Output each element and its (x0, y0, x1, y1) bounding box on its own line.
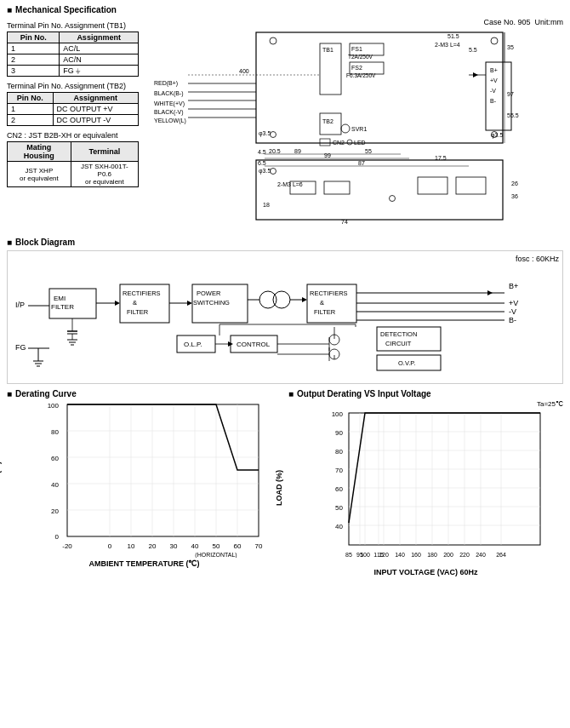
tb2-table: Pin No. Assignment 1DC OUTPUT +V 2DC OUT… (7, 92, 139, 126)
svg-text:B+: B+ (490, 67, 498, 73)
tb1-col-pin: Pin No. (8, 32, 60, 43)
svg-text:WHITE(+V): WHITE(+V) (154, 100, 185, 107)
svg-text:FS1: FS1 (351, 46, 362, 52)
svg-point-104 (259, 291, 276, 308)
mech-spec-title: Mechanical Specification (7, 5, 563, 14)
tb2-col-pin: Pin No. (8, 93, 54, 104)
svg-text:80: 80 (335, 448, 343, 456)
svg-point-42 (390, 196, 396, 202)
svg-marker-35 (473, 72, 478, 77)
svg-point-38 (271, 132, 276, 138)
output-derating-svg: 100 90 80 70 60 50 40 85 95 100 115 120 (319, 409, 557, 566)
svg-text:85: 85 (345, 552, 352, 558)
svg-text:89: 89 (294, 148, 301, 154)
tb2-col-assign: Assignment (53, 93, 138, 104)
svg-marker-100 (187, 301, 192, 306)
svg-text:2-M3 L=4: 2-M3 L=4 (435, 42, 460, 48)
derating-x-label: AMBIENT TEMPERATURE (℃) (7, 559, 282, 568)
svg-text:T2A/250V: T2A/250V (348, 54, 373, 60)
svg-text:60: 60 (335, 485, 343, 493)
svg-text:20: 20 (51, 507, 59, 515)
derating-curve-container: Derating Curve LOAD (%) 100 80 60 40 2 (7, 389, 282, 576)
svg-text:40: 40 (51, 481, 59, 489)
svg-text:BLACK(B-): BLACK(B-) (154, 90, 184, 97)
svg-text:17.5: 17.5 (435, 155, 447, 161)
cn2-table: Mating Housing Terminal JST XHPor equiva… (7, 141, 139, 187)
svg-text:60: 60 (234, 542, 242, 550)
svg-point-11 (341, 124, 350, 133)
svg-text:36: 36 (511, 193, 518, 199)
svg-text:20: 20 (149, 542, 157, 550)
svg-text:(HORIZONTAL): (HORIZONTAL) (195, 552, 237, 558)
svg-rect-0 (256, 32, 503, 143)
svg-text:35: 35 (507, 44, 514, 50)
svg-text:SWITCHING: SWITCHING (193, 299, 230, 307)
svg-text:&: & (320, 299, 324, 307)
tb1-col-assign: Assignment (60, 32, 139, 43)
svg-text:200: 200 (443, 552, 453, 558)
svg-text:240: 240 (476, 552, 486, 558)
svg-text:20.5: 20.5 (269, 148, 281, 154)
mech-diagram: Case No. 905 Unit:mm TB1 FS1 T2A/250V FS… (154, 18, 563, 232)
svg-text:FILTER: FILTER (127, 308, 149, 316)
svg-point-36 (270, 37, 276, 44)
svg-text:+V: +V (490, 77, 498, 83)
svg-text:400: 400 (239, 68, 249, 74)
svg-text:4.5: 4.5 (258, 149, 266, 155)
mech-left: Terminal Pin No. Assignment (TB1) Pin No… (7, 18, 147, 232)
svg-text:5.5: 5.5 (469, 47, 477, 53)
block-diagram-title: Block Diagram (7, 238, 563, 247)
svg-text:60: 60 (51, 455, 59, 462)
svg-rect-44 (324, 181, 350, 194)
tb1-label: Terminal Pin No. Assignment (TB1) (7, 21, 147, 30)
charts-row: Derating Curve LOAD (%) 100 80 60 40 2 (7, 389, 563, 576)
svg-text:RECTIFIERS: RECTIFIERS (310, 289, 348, 297)
svg-text:YELLOW(L): YELLOW(L) (154, 118, 186, 124)
output-derating-container: Output Derating VS Input Voltage Ta=25℃ … (288, 389, 563, 576)
svg-text:6.5: 6.5 (258, 160, 266, 166)
svg-text:160: 160 (411, 552, 421, 558)
svg-text:I/P: I/P (15, 301, 25, 309)
svg-text:264: 264 (496, 552, 506, 558)
svg-text:97: 97 (507, 91, 514, 97)
svg-text:FS2: FS2 (351, 65, 362, 71)
svg-text:RED(B+): RED(B+) (154, 80, 178, 87)
svg-text:B-: B- (490, 98, 497, 104)
svg-text:10: 10 (128, 542, 135, 550)
svg-text:100: 100 (360, 552, 370, 558)
output-derating-wrapper: LOAD (%) 100 90 80 70 60 50 (288, 409, 563, 566)
svg-text:TB2: TB2 (322, 118, 333, 124)
svg-text:φ3.5: φ3.5 (259, 168, 271, 175)
block-diagram-section: Block Diagram fosc : 60KHz I/P FG EMI FI… (7, 238, 563, 384)
tb1-table: Pin No. Assignment 1AC/L 2AC/N 3FG ⏚ (7, 32, 139, 77)
svg-text:-V: -V (490, 88, 496, 94)
svg-point-41 (271, 169, 276, 175)
svg-text:0: 0 (108, 542, 112, 550)
derating-curve-svg: 100 80 60 40 20 0 -20 0 10 20 30 40 50 (37, 400, 276, 558)
svg-text:120: 120 (379, 552, 389, 558)
svg-text:φ3.5: φ3.5 (491, 132, 503, 139)
svg-text:TB1: TB1 (322, 47, 333, 53)
svg-rect-144 (67, 404, 259, 536)
svg-text:CIRCUIT: CIRCUIT (385, 340, 412, 347)
svg-text:CONTROL: CONTROL (237, 341, 271, 348)
svg-text:F6.3A/250V: F6.3A/250V (346, 72, 376, 78)
svg-text:80: 80 (51, 428, 59, 436)
svg-text:EMI: EMI (54, 295, 66, 302)
output-derating-y-label: LOAD (%) (275, 470, 283, 506)
output-derating-title: Output Derating VS Input Voltage (288, 389, 563, 398)
svg-text:180: 180 (427, 552, 437, 558)
svg-marker-115 (487, 290, 493, 295)
svg-point-15 (347, 140, 352, 145)
svg-text:0: 0 (55, 533, 60, 541)
svg-text:B+: B+ (509, 282, 518, 290)
svg-text:B-: B- (509, 316, 516, 324)
svg-text:220: 220 (459, 552, 470, 558)
svg-text:70: 70 (255, 542, 263, 550)
svg-point-37 (491, 37, 498, 44)
svg-text:140: 140 (395, 552, 405, 558)
case-info: Case No. 905 Unit:mm (154, 18, 563, 26)
svg-text:CN2: CN2 (333, 140, 345, 146)
fosc-label: fosc : 60KHz (11, 255, 559, 263)
block-diagram-svg: I/P FG EMI FILTER (11, 263, 564, 378)
